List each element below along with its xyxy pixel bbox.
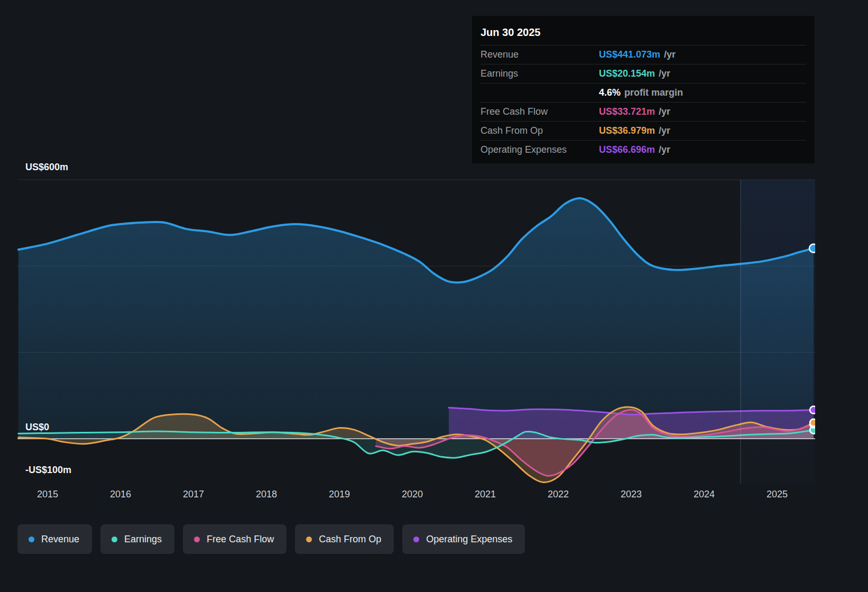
earnings-dot-icon — [112, 536, 117, 542]
tooltip-label-cashop: Cash From Op — [481, 125, 599, 136]
margin-text: profit margin — [624, 87, 683, 98]
revenue-unit: /yr — [664, 49, 676, 60]
legend-item-fcf[interactable]: Free Cash Flow — [183, 524, 287, 554]
tooltip-value-margin: 4.6%profit margin — [599, 87, 806, 98]
cashop-dot-icon — [306, 536, 312, 542]
y-axis-label-600: US$600m — [25, 162, 68, 173]
tooltip-value-revenue: US$441.073m/yr — [599, 49, 806, 60]
fcf-dot-icon — [194, 536, 200, 542]
chart-tooltip: Jun 30 2025 Revenue US$441.073m/yr Earni… — [472, 16, 815, 163]
legend-item-opex[interactable]: Operating Expenses — [402, 524, 525, 554]
legend-item-cashop[interactable]: Cash From Op — [295, 524, 394, 554]
opex-dot-icon — [413, 536, 419, 542]
legend: Revenue Earnings Free Cash Flow Cash Fro… — [17, 524, 525, 554]
cashop-unit: /yr — [659, 125, 670, 136]
tooltip-row-fcf: Free Cash Flow US$33.721m/yr — [481, 103, 806, 122]
legend-label-cashop: Cash From Op — [319, 534, 381, 545]
tooltip-row-earnings: Earnings US$20.154m/yr — [481, 64, 806, 84]
tooltip-label-revenue: Revenue — [481, 49, 599, 60]
fcf-value: US$33.721m — [599, 106, 655, 117]
tooltip-value-cashop: US$36.979m/yr — [599, 125, 806, 136]
fcf-unit: /yr — [659, 106, 670, 117]
legend-item-earnings[interactable]: Earnings — [100, 524, 174, 554]
legend-label-opex: Operating Expenses — [426, 534, 512, 545]
earnings-unit: /yr — [659, 68, 670, 79]
legend-item-revenue[interactable]: Revenue — [17, 524, 92, 554]
tooltip-label-earnings: Earnings — [481, 68, 599, 79]
earnings-value: US$20.154m — [599, 68, 655, 79]
revenue-value: US$441.073m — [599, 49, 660, 60]
tooltip-value-opex: US$66.696m/yr — [599, 144, 806, 155]
tooltip-row-profit-margin: 4.6%profit margin — [481, 84, 806, 103]
tooltip-row-cashop: Cash From Op US$36.979m/yr — [481, 122, 806, 141]
tooltip-value-earnings: US$20.154m/yr — [599, 68, 806, 79]
tooltip-label-fcf: Free Cash Flow — [481, 106, 599, 117]
y-axis-label-neg100: -US$100m — [25, 465, 71, 476]
tooltip-value-fcf: US$33.721m/yr — [599, 106, 806, 117]
tooltip-label-opex: Operating Expenses — [481, 144, 599, 155]
cashop-value: US$36.979m — [599, 125, 655, 136]
revenue-dot-icon — [29, 536, 34, 542]
margin-percent: 4.6% — [599, 87, 621, 98]
legend-label-earnings: Earnings — [124, 534, 162, 545]
opex-unit: /yr — [659, 144, 670, 155]
y-axis-label-zero: US$0 — [25, 422, 49, 433]
page: { "tooltip": { "date": "Jun 30 2025", "r… — [0, 0, 868, 592]
opex-value: US$66.696m — [599, 144, 655, 155]
legend-label-fcf: Free Cash Flow — [207, 534, 274, 545]
tooltip-row-opex: Operating Expenses US$66.696m/yr — [481, 141, 806, 159]
legend-label-revenue: Revenue — [41, 534, 79, 545]
tooltip-row-revenue: Revenue US$441.073m/yr — [481, 45, 806, 64]
tooltip-date: Jun 30 2025 — [481, 21, 806, 45]
